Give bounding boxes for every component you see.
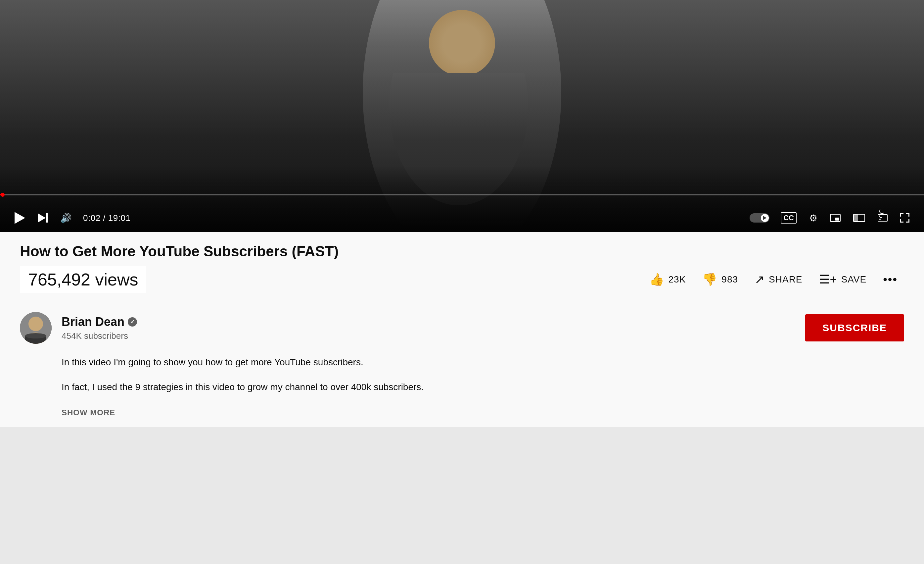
toggle-play-icon bbox=[763, 216, 766, 220]
theater-icon bbox=[853, 214, 865, 222]
fc-br bbox=[906, 219, 909, 223]
volume-icon: 🔊 bbox=[60, 213, 72, 224]
save-button[interactable]: ☰+ SAVE bbox=[813, 269, 873, 290]
video-player[interactable]: 🔊 0:02 / 19:01 CC bbox=[0, 0, 924, 232]
verified-badge: ✓ bbox=[128, 317, 137, 326]
autoplay-knob bbox=[761, 214, 769, 222]
dislike-icon: 👎 bbox=[702, 272, 717, 286]
autoplay-track[interactable] bbox=[750, 213, 770, 223]
skip-next-icon bbox=[38, 213, 48, 223]
settings-button[interactable]: ⚙ bbox=[808, 211, 819, 225]
dislike-count: 983 bbox=[722, 274, 738, 285]
description-line-2: In fact, I used the 9 strategies in this… bbox=[62, 380, 904, 395]
subscribe-button[interactable]: SUBSCRIBE bbox=[805, 314, 904, 341]
like-icon: 👍 bbox=[650, 272, 664, 286]
save-label: SAVE bbox=[841, 274, 867, 285]
video-controls: 🔊 0:02 / 19:01 CC bbox=[0, 211, 924, 225]
cast-button[interactable] bbox=[876, 213, 889, 223]
avatar-image bbox=[20, 312, 52, 344]
progress-fill bbox=[0, 194, 3, 196]
video-title: How to Get More YouTube Subscribers (FAS… bbox=[20, 242, 904, 261]
right-controls: CC ⚙ bbox=[750, 211, 911, 225]
video-container: 🔊 0:02 / 19:01 CC bbox=[0, 0, 924, 427]
svg-point-4 bbox=[25, 333, 46, 338]
fc-tr bbox=[906, 213, 909, 217]
description: In this video I'm going to show you how … bbox=[20, 352, 904, 417]
cast-wave-medium bbox=[879, 215, 883, 218]
dislike-button[interactable]: 👎 983 bbox=[696, 269, 745, 290]
channel-name: Brian Dean bbox=[62, 315, 124, 329]
action-buttons: 👍 23K 👎 983 ↗ SHARE ☰+ SAVE bbox=[643, 269, 904, 290]
play-button[interactable] bbox=[13, 211, 27, 225]
skip-next-button[interactable] bbox=[36, 212, 49, 224]
fc-bl bbox=[900, 219, 903, 223]
progress-bar[interactable] bbox=[0, 194, 924, 196]
svg-point-1 bbox=[28, 317, 43, 331]
cc-button[interactable]: CC bbox=[779, 211, 798, 225]
show-more-button[interactable]: SHOW MORE bbox=[62, 408, 115, 417]
more-button[interactable]: ••• bbox=[876, 269, 904, 290]
cc-icon: CC bbox=[781, 212, 796, 224]
like-button[interactable]: 👍 23K bbox=[643, 269, 693, 290]
fullscreen-button[interactable] bbox=[899, 212, 911, 224]
volume-button[interactable]: 🔊 bbox=[59, 211, 73, 225]
subscriber-count: 454K subscribers bbox=[62, 331, 137, 341]
theater-button[interactable] bbox=[852, 213, 866, 223]
cast-waves bbox=[879, 209, 885, 220]
cast-wave-large bbox=[879, 209, 885, 214]
like-count: 23K bbox=[669, 274, 686, 285]
miniplayer-button[interactable] bbox=[829, 213, 842, 223]
autoplay-toggle[interactable] bbox=[750, 213, 770, 223]
share-icon: ↗ bbox=[754, 272, 765, 286]
channel-avatar[interactable] bbox=[20, 312, 52, 344]
channel-row: Brian Dean ✓ 454K subscribers SUBSCRIBE bbox=[20, 300, 904, 352]
cast-dot bbox=[879, 218, 880, 220]
cast-icon bbox=[878, 214, 888, 221]
settings-icon: ⚙ bbox=[809, 213, 818, 224]
share-label: SHARE bbox=[769, 274, 802, 285]
save-icon: ☰+ bbox=[819, 272, 837, 286]
channel-name-row: Brian Dean ✓ bbox=[62, 315, 137, 329]
views-count: 765,492 views bbox=[20, 266, 146, 293]
fc-tl bbox=[900, 213, 903, 217]
video-info: How to Get More YouTube Subscribers (FAS… bbox=[0, 232, 924, 427]
description-line-1: In this video I'm going to show you how … bbox=[62, 355, 904, 370]
share-button[interactable]: ↗ SHARE bbox=[748, 269, 809, 290]
more-icon: ••• bbox=[883, 272, 897, 286]
play-icon bbox=[15, 212, 25, 224]
time-display: 0:02 / 19:01 bbox=[83, 213, 130, 223]
channel-text: Brian Dean ✓ 454K subscribers bbox=[62, 315, 137, 341]
fullscreen-icon bbox=[900, 213, 909, 223]
miniplayer-icon bbox=[830, 214, 841, 222]
video-stats-row: 765,492 views 👍 23K 👎 983 ↗ SHARE bbox=[20, 266, 904, 300]
